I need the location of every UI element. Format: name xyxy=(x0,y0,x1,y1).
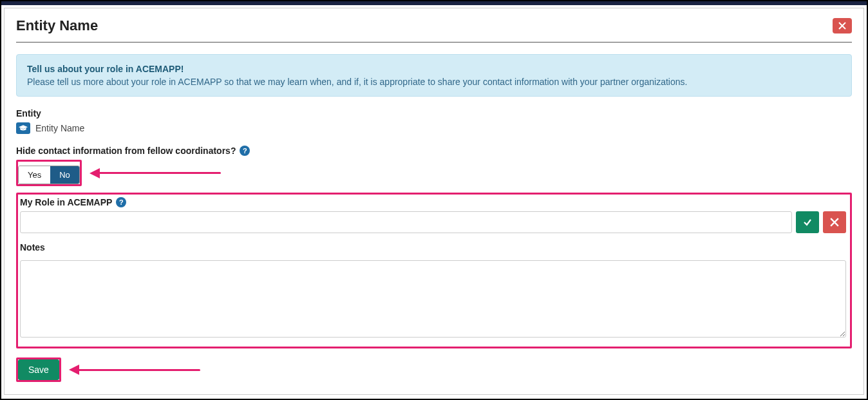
entity-row: Entity Name xyxy=(16,122,852,134)
annotation-arrow xyxy=(69,365,200,375)
save-annotation-box: Save xyxy=(16,357,61,382)
help-icon[interactable]: ? xyxy=(240,146,250,156)
close-button[interactable] xyxy=(833,18,852,33)
info-card-text: Please tell us more about your role in A… xyxy=(27,77,841,87)
role-input[interactable] xyxy=(20,211,792,233)
role-label: My Role in ACEMAPP ? xyxy=(20,197,846,207)
panel-header: Entity Name xyxy=(16,17,852,43)
annotation-arrow xyxy=(90,168,221,178)
panel-title: Entity Name xyxy=(16,17,98,34)
role-section-annotation-box: My Role in ACEMAPP ? Notes xyxy=(16,193,852,348)
close-icon xyxy=(838,22,846,30)
save-row: Save xyxy=(16,357,852,382)
outer-frame: Entity Name Tell us about your role in A… xyxy=(0,0,868,400)
info-card: Tell us about your role in ACEMAPP! Plea… xyxy=(16,54,852,97)
toggle-annotation-box: Yes No xyxy=(16,160,82,186)
role-cancel-button[interactable] xyxy=(823,211,846,233)
top-accent-bar xyxy=(1,1,867,5)
check-icon xyxy=(803,218,812,227)
graduation-cap-icon xyxy=(16,122,30,134)
info-card-title: Tell us about your role in ACEMAPP! xyxy=(27,64,841,74)
role-input-row xyxy=(20,211,846,233)
entity-value: Entity Name xyxy=(35,123,84,133)
save-button[interactable]: Save xyxy=(18,359,59,380)
notes-label: Notes xyxy=(20,242,846,252)
hide-contact-label: Hide contact information from fellow coo… xyxy=(16,146,852,156)
entity-label: Entity xyxy=(16,108,852,119)
hide-contact-toggle: Yes No xyxy=(18,166,80,184)
close-icon xyxy=(830,218,839,227)
toggle-yes-button[interactable]: Yes xyxy=(19,166,50,184)
toggle-no-button[interactable]: No xyxy=(50,166,79,184)
main-panel: Entity Name Tell us about your role in A… xyxy=(4,8,864,395)
role-confirm-button[interactable] xyxy=(796,211,819,233)
help-icon[interactable]: ? xyxy=(116,197,126,207)
notes-textarea[interactable] xyxy=(20,260,846,338)
